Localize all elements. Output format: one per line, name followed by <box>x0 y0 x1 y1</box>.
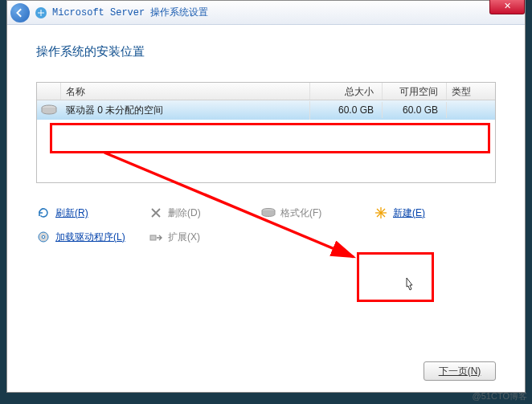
title-bar: Microsoft Server 操作系统设置 <box>7 1 525 25</box>
content-area: 操作系统的安装位置 名称 总大小 可用空间 类型 驱动器 0 未分配的空间 60… <box>7 25 525 254</box>
delete-link[interactable]: 删除(D) <box>149 206 261 220</box>
back-button[interactable] <box>10 3 30 22</box>
format-icon <box>261 206 276 220</box>
extend-icon <box>149 230 163 244</box>
extend-link[interactable]: 扩展(X) <box>149 230 261 244</box>
delete-icon <box>149 206 163 220</box>
col-name-header[interactable]: 名称 <box>61 83 310 100</box>
installer-window: ✕ Microsoft Server 操作系统设置 操作系统的安装位置 名称 总… <box>6 0 526 393</box>
row-type <box>447 108 495 112</box>
watermark: @51CTO博客 <box>473 390 527 402</box>
extend-label: 扩展(X) <box>168 231 200 244</box>
col-icon-header <box>37 83 61 100</box>
app-icon <box>35 6 47 19</box>
refresh-link[interactable]: 刷新(R) <box>36 206 149 220</box>
load-driver-label: 加载驱动程序(L) <box>55 231 125 244</box>
svg-point-8 <box>42 235 45 239</box>
format-label: 格式化(F) <box>280 206 321 220</box>
close-icon: ✕ <box>504 1 511 11</box>
refresh-label: 刷新(R) <box>55 206 88 220</box>
col-type-header[interactable]: 类型 <box>447 83 495 100</box>
disk-table: 名称 总大小 可用空间 类型 驱动器 0 未分配的空间 60.0 GB 60.0… <box>36 82 496 183</box>
row-free: 60.0 GB <box>383 102 447 118</box>
refresh-icon <box>36 206 51 220</box>
load-driver-icon <box>36 230 51 244</box>
new-label: 新建(E) <box>393 206 425 220</box>
col-free-header[interactable]: 可用空间 <box>383 83 447 100</box>
new-icon <box>374 206 388 220</box>
actions-area: 刷新(R) 删除(D) 格式化(F) 新建(E) 加载驱动程序(L) 扩展(X) <box>36 206 496 244</box>
disk-icon <box>37 104 61 116</box>
table-header: 名称 总大小 可用空间 类型 <box>37 83 495 100</box>
svg-rect-9 <box>150 235 156 240</box>
table-empty-area[interactable] <box>37 120 495 182</box>
new-link[interactable]: 新建(E) <box>374 206 486 220</box>
load-driver-link[interactable]: 加载驱动程序(L) <box>36 230 149 244</box>
next-button[interactable]: 下一页(N) <box>424 361 496 381</box>
arrow-left-icon <box>15 8 25 18</box>
row-total: 60.0 GB <box>310 102 383 118</box>
window-title: Microsoft Server 操作系统设置 <box>52 6 208 19</box>
table-row[interactable]: 驱动器 0 未分配的空间 60.0 GB 60.0 GB <box>37 100 495 120</box>
delete-label: 删除(D) <box>168 206 201 220</box>
page-heading: 操作系统的安装位置 <box>36 44 496 59</box>
format-link[interactable]: 格式化(F) <box>261 206 374 220</box>
row-name: 驱动器 0 未分配的空间 <box>61 101 310 120</box>
col-total-header[interactable]: 总大小 <box>310 83 383 100</box>
close-button[interactable]: ✕ <box>489 0 525 14</box>
